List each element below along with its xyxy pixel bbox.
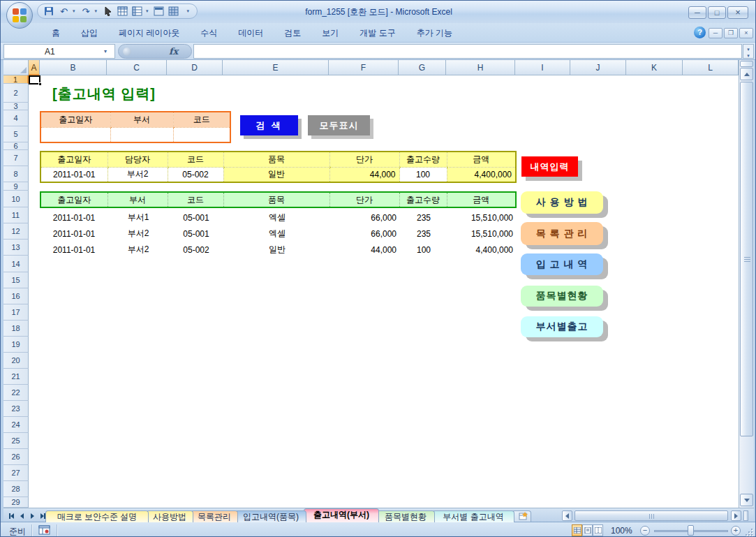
fill-handle[interactable] xyxy=(38,82,42,86)
redo-dropdown-icon[interactable]: ▾ xyxy=(94,8,99,14)
ribbon-tab-개발 도구[interactable]: 개발 도구 xyxy=(349,23,406,43)
row-header-5[interactable]: 5 xyxy=(3,126,29,142)
ribbon-tab-데이터[interactable]: 데이터 xyxy=(228,23,274,43)
list-table-cell[interactable]: 15,510,000 xyxy=(447,226,517,242)
entry-header-cell[interactable]: 품목 xyxy=(223,152,329,167)
doc-minimize-button[interactable]: ─ xyxy=(709,28,722,38)
entry-cell[interactable]: 44,000 xyxy=(329,167,399,182)
list-header-cell[interactable]: 출고수량 xyxy=(399,192,447,207)
sheet-tab-2[interactable]: 사용방법 xyxy=(146,510,193,522)
prev-sheet-icon[interactable] xyxy=(17,510,27,521)
column-header-i[interactable]: I xyxy=(515,60,570,75)
row-header-21[interactable]: 21 xyxy=(3,369,29,385)
row-header-17[interactable]: 17 xyxy=(3,304,29,321)
search-header-cell[interactable]: 코드 xyxy=(173,112,230,127)
search-input-cell[interactable] xyxy=(40,127,110,142)
list-table-cell[interactable]: 15,510,000 xyxy=(447,209,517,226)
row-header-2[interactable]: 2 xyxy=(3,84,29,103)
column-header-j[interactable]: J xyxy=(570,60,626,75)
ribbon-tab-추가 기능[interactable]: 추가 기능 xyxy=(406,23,463,43)
column-header-k[interactable]: K xyxy=(626,60,683,75)
sheet-tab-5[interactable]: 출고내역(부서) xyxy=(304,508,379,522)
list-table-cell[interactable]: 엑셀 xyxy=(224,226,330,242)
table-dropdown-icon[interactable]: ▾ xyxy=(146,8,151,14)
macro-record-icon[interactable] xyxy=(38,525,51,536)
nav-button-1[interactable]: 사 용 방 법 xyxy=(521,191,603,214)
entry-cell[interactable]: 부서2 xyxy=(108,167,168,182)
entry-button[interactable]: 내역입력 xyxy=(521,156,578,177)
column-header-l[interactable]: L xyxy=(683,60,739,75)
select-all-corner[interactable] xyxy=(3,60,29,75)
formula-input[interactable] xyxy=(193,44,742,59)
office-button[interactable] xyxy=(6,2,33,29)
entry-header-cell[interactable]: 금액 xyxy=(447,152,516,167)
list-table-cell[interactable]: 부서2 xyxy=(108,226,168,242)
entry-header-cell[interactable]: 코드 xyxy=(168,152,223,167)
column-header-e[interactable]: E xyxy=(223,60,329,75)
list-table-cell[interactable]: 2011-01-01 xyxy=(40,226,108,242)
next-sheet-icon[interactable] xyxy=(27,510,38,521)
save-icon[interactable] xyxy=(43,5,55,17)
page-title[interactable]: [출고내역 입력] xyxy=(52,84,156,103)
scroll-down-icon[interactable] xyxy=(740,494,753,506)
show-all-button[interactable]: 모두표시 xyxy=(308,115,370,135)
entry-cell[interactable]: 일반 xyxy=(223,167,329,182)
entry-cell[interactable]: 05-002 xyxy=(168,167,223,182)
row-header-29[interactable]: 29 xyxy=(3,497,29,508)
search-button[interactable]: 검 색 xyxy=(240,115,298,135)
page-layout-view-button[interactable] xyxy=(582,524,593,536)
ribbon-tab-홈[interactable]: 홈 xyxy=(41,23,71,43)
column-header-h[interactable]: H xyxy=(446,60,515,75)
pointer-icon[interactable] xyxy=(102,5,114,17)
list-table-cell[interactable]: 엑셀 xyxy=(224,209,330,226)
list-header-cell[interactable]: 단가 xyxy=(329,192,399,207)
table-properties-icon[interactable] xyxy=(131,5,143,17)
entry-header-cell[interactable]: 출고일자 xyxy=(40,152,108,167)
nav-button-5[interactable]: 부서별출고 xyxy=(521,316,603,337)
horizontal-scroll-thumb[interactable] xyxy=(575,510,728,521)
list-table-cell[interactable]: 4,400,000 xyxy=(447,242,517,258)
list-table-cell[interactable]: 2011-01-01 xyxy=(40,242,108,258)
column-header-a[interactable]: A xyxy=(29,60,40,75)
entry-header-cell[interactable]: 출고수량 xyxy=(399,152,447,167)
row-header-20[interactable]: 20 xyxy=(3,353,29,369)
list-table-cell[interactable]: 66,000 xyxy=(330,226,400,242)
list-table-cell[interactable]: 05-002 xyxy=(168,242,224,258)
column-header-d[interactable]: D xyxy=(167,60,223,75)
sheet-tab-6[interactable]: 품목별현황 xyxy=(376,510,435,522)
list-header-cell[interactable]: 품목 xyxy=(223,192,329,207)
table-icon[interactable] xyxy=(117,5,128,17)
row-header-18[interactable]: 18 xyxy=(3,321,29,337)
search-input-cell[interactable] xyxy=(173,127,230,142)
insert-function-capsule[interactable]: fx xyxy=(118,44,192,59)
column-header-g[interactable]: G xyxy=(399,60,446,75)
close-button[interactable]: × xyxy=(727,6,748,19)
list-table-cell[interactable]: 05-001 xyxy=(168,209,224,226)
doc-restore-button[interactable]: ❐ xyxy=(724,28,738,38)
entry-cell[interactable]: 4,400,000 xyxy=(447,167,516,182)
row-header-1[interactable]: 1 xyxy=(3,75,29,84)
ribbon-tab-페이지 레이아웃[interactable]: 페이지 레이아웃 xyxy=(108,23,190,43)
row-header-13[interactable]: 13 xyxy=(3,240,29,256)
zoom-in-icon[interactable]: + xyxy=(731,526,741,536)
row-header-12[interactable]: 12 xyxy=(3,223,29,240)
list-header-cell[interactable]: 출고일자 xyxy=(40,192,108,207)
zoom-slider-thumb[interactable] xyxy=(688,525,694,536)
split-box[interactable] xyxy=(740,61,753,67)
list-table-cell[interactable]: 부서1 xyxy=(108,209,168,226)
entry-header-cell[interactable]: 담당자 xyxy=(108,152,168,167)
entry-cell[interactable]: 100 xyxy=(399,167,447,182)
minimize-button[interactable]: ─ xyxy=(688,6,706,19)
vertical-scrollbar[interactable] xyxy=(739,60,754,508)
row-header-11[interactable]: 11 xyxy=(3,207,29,223)
redo-icon[interactable]: ↷ xyxy=(80,5,92,17)
entry-header-cell[interactable]: 단가 xyxy=(329,152,399,167)
row-header-3[interactable]: 3 xyxy=(3,103,29,110)
name-box-dropdown-icon[interactable]: ▾ xyxy=(104,48,107,54)
row-header-4[interactable]: 4 xyxy=(3,110,29,126)
sheet-tab-3[interactable]: 목록관리 xyxy=(191,510,238,522)
page-break-view-button[interactable] xyxy=(593,524,603,536)
nav-button-3[interactable]: 입 고 내 역 xyxy=(521,253,603,275)
list-table-cell[interactable]: 66,000 xyxy=(330,209,400,226)
list-table-cell[interactable]: 05-001 xyxy=(168,226,224,242)
